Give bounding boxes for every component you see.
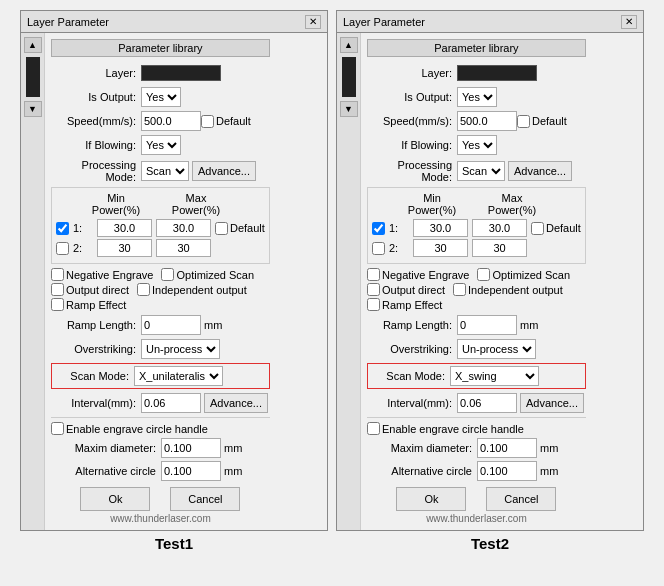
max-power-input-2-1[interactable]	[472, 219, 527, 237]
overstriking-select-1[interactable]: Un-process Process	[141, 339, 220, 359]
speed-row-1: Speed(mm/s): Default	[51, 111, 270, 131]
ok-button-2[interactable]: Ok	[396, 487, 466, 511]
blowing-row-1: If Blowing: Yes No	[51, 135, 270, 155]
ramp-length-input-1[interactable]	[141, 315, 201, 335]
blowing-select-2[interactable]: Yes No	[457, 135, 497, 155]
is-output-select-1[interactable]: Yes No	[141, 87, 181, 107]
power-row-1-2: 2:	[56, 239, 265, 257]
scroll-up-2[interactable]: ▲	[340, 37, 358, 53]
default-power-check-1[interactable]: Default	[215, 222, 265, 235]
output-direct-check-1[interactable]: Output direct	[51, 283, 129, 296]
power-header-2: Min Power(%) Max Power(%)	[372, 192, 581, 216]
power-check-2-1[interactable]	[372, 222, 385, 235]
interval-row-1: Interval(mm): Advance...	[51, 393, 270, 413]
scroll-down-2[interactable]: ▼	[340, 101, 358, 117]
default-checkbox-speed-2[interactable]: Default	[517, 115, 567, 128]
layer-label-1: Layer:	[51, 67, 141, 79]
dialog-inner-1: ▲ ▼ Parameter library Layer: Is Output: …	[21, 33, 327, 530]
blowing-select-1[interactable]: Yes No	[141, 135, 181, 155]
max-power-input-2-2[interactable]	[472, 239, 527, 257]
advance2-button-1[interactable]: Advance...	[204, 393, 268, 413]
cancel-button-2[interactable]: Cancel	[486, 487, 556, 511]
min-power-header-2: Min Power(%)	[402, 192, 462, 216]
advance-button-1[interactable]: Advance...	[192, 161, 256, 181]
layer-color-2	[457, 65, 537, 81]
default-checkbox-speed-1[interactable]: Default	[201, 115, 251, 128]
power-row-2-1: 1: Default	[372, 219, 581, 237]
scan-mode-select-2[interactable]: X_unilateralis X_swing Y_unilateralis Y_…	[450, 366, 539, 386]
is-output-row-2: Is Output: Yes No	[367, 87, 586, 107]
power-section-1: Min Power(%) Max Power(%) 1: Default	[51, 187, 270, 264]
interval-label-1: Interval(mm):	[51, 397, 141, 409]
interval-input-1[interactable]	[141, 393, 201, 413]
cancel-button-1[interactable]: Cancel	[170, 487, 240, 511]
interval-input-2[interactable]	[457, 393, 517, 413]
processing-mode-select-1[interactable]: Scan Cut	[141, 161, 189, 181]
close-button-2[interactable]: ✕	[621, 15, 637, 29]
buttons-row-2: Ok Cancel	[367, 487, 586, 511]
maxim-diameter-input-1[interactable]	[161, 438, 221, 458]
independent-output-check-1[interactable]: Independent output	[137, 283, 247, 296]
options-row-1c: Ramp Effect	[51, 298, 270, 311]
scan-mode-select-1[interactable]: X_unilateralis X_swing Y_unilateralis Y_…	[134, 366, 223, 386]
power-index-2-1: 1:	[389, 222, 409, 234]
speed-input-2[interactable]	[457, 111, 517, 131]
max-power-input-1-2[interactable]	[156, 239, 211, 257]
processing-mode-select-2[interactable]: Scan Cut	[457, 161, 505, 181]
optimized-scan-check-1[interactable]: Optimized Scan	[161, 268, 254, 281]
min-power-input-1-2[interactable]	[97, 239, 152, 257]
alternative-circle-input-2[interactable]	[477, 461, 537, 481]
dialog-2: Layer Parameter ✕ ▲ ▼ Parameter library …	[336, 10, 644, 531]
speed-row-2: Speed(mm/s): Default	[367, 111, 586, 131]
options-row-2b: Output direct Independent output	[367, 283, 586, 296]
min-power-input-1-1[interactable]	[97, 219, 152, 237]
negative-engrave-check-1[interactable]: Negative Engrave	[51, 268, 153, 281]
overstriking-select-2[interactable]: Un-process Process	[457, 339, 536, 359]
ramp-length-row-2: Ramp Length: mm	[367, 315, 586, 335]
ok-button-1[interactable]: Ok	[80, 487, 150, 511]
default-power-check-2[interactable]: Default	[531, 222, 581, 235]
layer-color-1	[141, 65, 221, 81]
dialog-sidebar-1: ▲ ▼	[21, 33, 45, 530]
is-output-label-2: Is Output:	[367, 91, 457, 103]
ramp-effect-check-2[interactable]: Ramp Effect	[367, 298, 442, 311]
ramp-length-input-2[interactable]	[457, 315, 517, 335]
enable-engrave-row-2: Enable engrave circle handle	[367, 422, 586, 435]
alternative-circle-input-1[interactable]	[161, 461, 221, 481]
ramp-effect-check-1[interactable]: Ramp Effect	[51, 298, 126, 311]
min-power-input-2-2[interactable]	[413, 239, 468, 257]
independent-output-check-2[interactable]: Independent output	[453, 283, 563, 296]
advance-button-2[interactable]: Advance...	[508, 161, 572, 181]
scroll-down-1[interactable]: ▼	[24, 101, 42, 117]
power-check-1-1[interactable]	[56, 222, 69, 235]
ramp-length-label-2: Ramp Length:	[367, 319, 457, 331]
enable-engrave-check-1[interactable]: Enable engrave circle handle	[51, 422, 208, 435]
power-check-1-2[interactable]	[56, 242, 69, 255]
maxim-diameter-input-2[interactable]	[477, 438, 537, 458]
dialog-title-1: Layer Parameter	[27, 16, 109, 28]
min-power-input-2-1[interactable]	[413, 219, 468, 237]
processing-mode-label-1: Processing Mode:	[51, 159, 141, 183]
processing-mode-label-2: Processing Mode:	[367, 159, 457, 183]
scroll-up-1[interactable]: ▲	[24, 37, 42, 53]
default-power-label-1: Default	[230, 222, 265, 234]
options-section-2: Negative Engrave Optimized Scan Output d…	[367, 268, 586, 311]
max-power-input-1-1[interactable]	[156, 219, 211, 237]
maxim-diameter-row-1: Maxim diameter: mm	[51, 438, 270, 458]
close-button-1[interactable]: ✕	[305, 15, 321, 29]
is-output-select-2[interactable]: Yes No	[457, 87, 497, 107]
maxim-mm-unit-1: mm	[224, 442, 242, 454]
advance2-button-2[interactable]: Advance...	[520, 393, 584, 413]
negative-engrave-check-2[interactable]: Negative Engrave	[367, 268, 469, 281]
optimized-scan-check-2[interactable]: Optimized Scan	[477, 268, 570, 281]
scan-mode-row-1: Scan Mode: X_unilateralis X_swing Y_unil…	[51, 363, 270, 389]
divider-2	[367, 417, 586, 418]
options-row-2c: Ramp Effect	[367, 298, 586, 311]
speed-input-1[interactable]	[141, 111, 201, 131]
enable-engrave-check-2[interactable]: Enable engrave circle handle	[367, 422, 524, 435]
layer-label-2: Layer:	[367, 67, 457, 79]
output-direct-check-2[interactable]: Output direct	[367, 283, 445, 296]
power-check-2-2[interactable]	[372, 242, 385, 255]
processing-mode-row-2: Processing Mode: Scan Cut Advance...	[367, 159, 586, 183]
dialog-content-1: Parameter library Layer: Is Output: Yes …	[45, 33, 276, 530]
